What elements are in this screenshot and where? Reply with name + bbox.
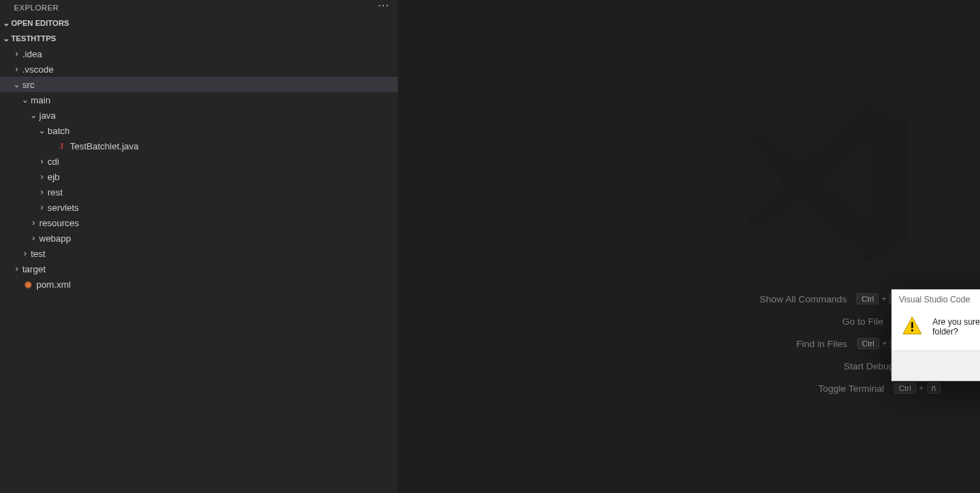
tree-item-label: main	[31, 95, 50, 105]
chevron-right-icon: ›	[28, 233, 39, 243]
shortcut-row: Toggle TerminalCtrl+ñ	[760, 383, 941, 394]
keycap: ñ	[927, 383, 941, 394]
xml-icon: ◉	[22, 279, 34, 289]
tree-item-label: .vscode	[22, 64, 54, 75]
tree-file[interactable]: ◉pom.xml	[0, 277, 398, 292]
dialog-message: Are you sure that you want to override a…	[932, 317, 980, 337]
warning-icon	[902, 315, 923, 338]
svg-rect-0	[911, 322, 914, 328]
tree-folder[interactable]: ›servlets	[0, 200, 398, 215]
chevron-right-icon: ›	[36, 172, 48, 182]
tree-folder[interactable]: ›.vscode	[0, 61, 398, 77]
tree-file[interactable]: JTestBatchlet.java	[0, 138, 398, 154]
tree-folder[interactable]: ›test	[0, 246, 398, 261]
shortcut-label: Go to File	[842, 316, 884, 327]
chevron-down-icon: ⌄	[1, 18, 11, 28]
keycap: Ctrl	[856, 293, 879, 304]
dialog-shadow: Visual Studio Code ✕ Are you sure that y…	[891, 289, 980, 381]
chevron-right-icon: ›	[20, 249, 31, 258]
app-root: EXPLORER ··· ⌄ OPEN EDITORS ⌄ TESTHTTPS …	[0, 0, 980, 493]
tree-item-label: target	[22, 264, 45, 274]
tree-item-label: rest	[48, 187, 63, 198]
tree-item-label: batch	[48, 126, 70, 136]
tree-folder[interactable]: ›rest	[0, 184, 398, 200]
file-tree: ›.idea›.vscode⌄src⌄main⌄java⌄batchJTestB…	[0, 46, 398, 292]
tree-folder[interactable]: ›resources	[0, 215, 398, 230]
keycap: Ctrl	[857, 338, 879, 349]
tree-folder[interactable]: ›cdi	[0, 154, 398, 169]
tree-item-label: webapp	[39, 233, 71, 244]
chevron-down-icon: ⌄	[11, 80, 22, 89]
dialog-buttons: Yes Cancel	[892, 351, 980, 381]
chevron-right-icon: ›	[36, 156, 48, 166]
vscode-logo-watermark	[735, 91, 917, 274]
tree-item-label: cdi	[48, 156, 59, 167]
shortcut-label: Show All Commands	[760, 294, 847, 304]
chevron-right-icon: ›	[11, 49, 22, 59]
tree-item-label: pom.xml	[36, 279, 71, 290]
shortcut-keys: Ctrl+ñ	[894, 383, 941, 394]
tree-folder[interactable]: ›webapp	[0, 230, 398, 246]
editor-area: Show All CommandsCtrl+Shift+PGo to FileC…	[398, 0, 980, 493]
tree-item-label: TestBatchlet.java	[70, 141, 138, 152]
dialog-body: Are you sure that you want to override a…	[892, 309, 980, 351]
tree-item-label: .idea	[22, 49, 42, 59]
tree-item-label: test	[31, 249, 45, 259]
tree-item-label: resources	[39, 218, 79, 228]
confirm-dialog: Visual Studio Code ✕ Are you sure that y…	[891, 289, 980, 381]
chevron-down-icon: ⌄	[36, 126, 48, 135]
tree-folder[interactable]: ›ejb	[0, 169, 398, 184]
tree-folder[interactable]: ⌄src	[0, 77, 398, 92]
open-editors-section[interactable]: ⌄ OPEN EDITORS	[0, 15, 398, 31]
chevron-right-icon: ›	[11, 264, 22, 274]
keycap: Ctrl	[894, 383, 916, 394]
tree-item-label: java	[39, 110, 56, 121]
chevron-down-icon: ⌄	[1, 34, 11, 43]
svg-rect-1	[911, 330, 914, 332]
plus-separator: +	[881, 294, 886, 304]
tree-folder[interactable]: ⌄batch	[0, 123, 398, 138]
tree-item-label: servlets	[48, 203, 79, 213]
java-icon: J	[56, 141, 67, 152]
tree-folder[interactable]: ⌄main	[0, 92, 398, 108]
project-section[interactable]: ⌄ TESTHTTPS	[0, 31, 398, 46]
dialog-titlebar: Visual Studio Code ✕	[892, 290, 980, 309]
explorer-title: EXPLORER	[14, 3, 59, 12]
chevron-right-icon: ›	[11, 64, 22, 74]
tree-folder[interactable]: ›target	[0, 261, 398, 277]
open-editors-label: OPEN EDITORS	[11, 19, 69, 27]
explorer-header: EXPLORER ···	[0, 0, 398, 15]
chevron-down-icon: ⌄	[20, 95, 31, 105]
shortcut-label: Find in Files	[796, 339, 847, 349]
chevron-down-icon: ⌄	[28, 110, 39, 120]
tree-item-label: src	[22, 80, 34, 90]
chevron-right-icon: ›	[28, 218, 39, 228]
chevron-right-icon: ›	[36, 187, 48, 197]
chevron-right-icon: ›	[36, 203, 48, 212]
tree-folder[interactable]: ›.idea	[0, 46, 398, 61]
tree-item-label: ejb	[48, 172, 59, 182]
shortcut-label: Toggle Terminal	[818, 383, 884, 394]
plus-separator: +	[882, 339, 887, 348]
explorer-panel: EXPLORER ··· ⌄ OPEN EDITORS ⌄ TESTHTTPS …	[0, 0, 398, 493]
tree-folder[interactable]: ⌄java	[0, 108, 398, 123]
dialog-title: Visual Studio Code	[899, 295, 970, 304]
project-label: TESTHTTPS	[11, 34, 56, 43]
more-actions-icon[interactable]: ···	[378, 0, 389, 15]
plus-separator: +	[919, 383, 924, 393]
